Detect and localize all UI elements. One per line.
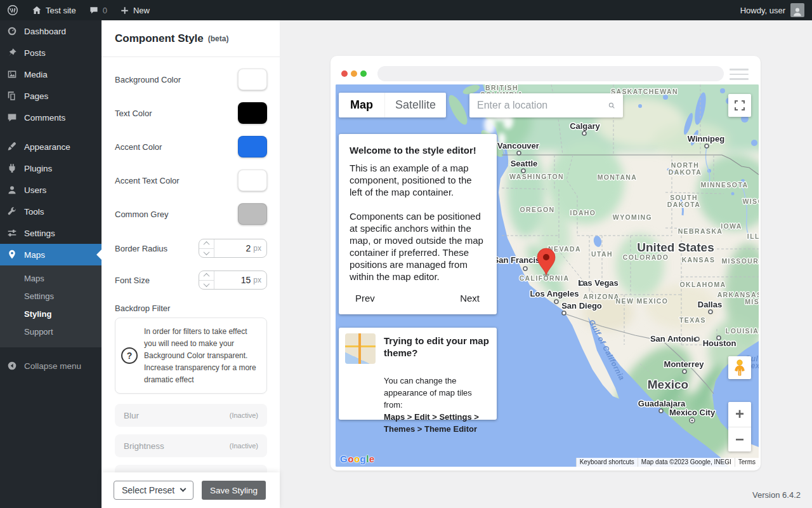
text-color-swatch[interactable]: [238, 102, 267, 124]
search-icon[interactable]: [608, 100, 615, 112]
map-label: ARIZONA: [583, 293, 620, 300]
stepper-up-button[interactable]: [199, 239, 214, 249]
browser-menu-icon[interactable]: [730, 69, 749, 80]
comments-shortcut[interactable]: 0: [82, 0, 114, 20]
fullscreen-icon: [735, 100, 745, 110]
google-logo-letter: g: [360, 453, 367, 464]
map-label: COLORADO: [623, 253, 669, 261]
sidebar-item-comments[interactable]: Comments: [0, 107, 102, 128]
setting-label: Background Color: [115, 75, 181, 84]
howdy-text[interactable]: Howdy, user: [740, 6, 785, 15]
map-label: San Diego: [561, 301, 602, 311]
submenu-item-support[interactable]: Support: [0, 323, 102, 341]
map-label: UTAH: [591, 250, 613, 258]
terms-link[interactable]: Terms: [735, 458, 759, 467]
address-bar[interactable]: [377, 66, 724, 81]
filter-row-blur[interactable]: Blur (Inactive): [115, 404, 267, 427]
backdrop-filter-label: Backdrop Filter: [115, 304, 267, 313]
tab-satellite[interactable]: Satellite: [384, 93, 446, 117]
font-size-input[interactable]: 15 px: [214, 271, 266, 289]
maps-submenu: Maps Settings Styling Support: [0, 265, 102, 347]
keyboard-shortcuts-link[interactable]: Keyboard shortcuts: [576, 458, 638, 467]
google-logo[interactable]: Google: [340, 453, 375, 464]
avatar[interactable]: [790, 3, 804, 17]
sidebar-label: Collapse menu: [24, 361, 81, 371]
submenu-item-settings[interactable]: Settings: [0, 288, 102, 305]
google-logo-letter: o: [348, 453, 354, 464]
sidebar-label: Posts: [24, 48, 46, 58]
help-icon: ?: [121, 347, 138, 364]
zoom-out-button[interactable]: −: [728, 427, 751, 452]
common-grey-swatch[interactable]: [238, 203, 267, 225]
chevron-down-icon: [204, 249, 210, 255]
setting-row-border-radius: Border Radius 2 px: [115, 239, 267, 258]
plus-icon: [120, 6, 129, 15]
sidebar-item-dashboard[interactable]: Dashboard: [0, 20, 102, 42]
component-style-panel: Component Style (beta) Background Color …: [102, 20, 280, 508]
stepper-down-button[interactable]: [199, 281, 214, 290]
sidebar-item-media[interactable]: Media: [0, 64, 102, 85]
chevron-down-icon: [204, 281, 210, 287]
sidebar-item-posts[interactable]: Posts: [0, 42, 102, 64]
filter-row-brightness[interactable]: Brightness (Inactive): [115, 434, 267, 457]
submenu-item-maps[interactable]: Maps: [0, 270, 102, 288]
site-name-menu[interactable]: Test site: [25, 0, 82, 20]
menu-separator: [0, 347, 102, 355]
panel-footer: Select Preset Save Styling: [102, 472, 280, 508]
pegman-control[interactable]: [728, 356, 751, 379]
pushpin-icon: [6, 47, 18, 58]
chevron-down-icon: [180, 485, 187, 491]
sidebar-item-users[interactable]: Users: [0, 179, 102, 201]
sidebar-item-settings[interactable]: Settings: [0, 222, 102, 244]
prev-button[interactable]: Prev: [355, 292, 375, 304]
media-icon: [6, 69, 18, 80]
map-pin-icon: [6, 249, 18, 260]
sidebar-item-appearance[interactable]: Appearance: [0, 136, 102, 157]
map-label: KANSAS: [682, 256, 716, 264]
next-button[interactable]: Next: [460, 292, 480, 304]
submenu-item-styling[interactable]: Styling: [0, 305, 102, 323]
sidebar-label: Dashboard: [24, 27, 66, 36]
page-title: Component Style: [115, 32, 204, 45]
google-map[interactable]: BRITISHCOLUMBIASASKATCHEWANWASHINGTONMON…: [336, 84, 759, 467]
background-color-swatch[interactable]: [238, 69, 267, 90]
select-preset-dropdown[interactable]: Select Preset: [114, 481, 193, 500]
fullscreen-button[interactable]: [728, 94, 751, 117]
map-type-control: Map Satellite: [339, 93, 446, 117]
sidebar-label: Comments: [24, 113, 65, 123]
map-label: OREGON: [520, 206, 554, 213]
accent-text-color-swatch[interactable]: [238, 170, 267, 191]
filter-status: (Inactive): [230, 442, 258, 450]
dashboard-icon: [6, 25, 18, 37]
sidebar-item-pages[interactable]: Pages: [0, 85, 102, 107]
welcome-card: Welcome to the style editor! This is an …: [339, 134, 497, 314]
save-styling-button[interactable]: Save Styling: [202, 481, 266, 500]
comment-count: 0: [103, 6, 107, 15]
new-content-menu[interactable]: New: [114, 0, 156, 20]
sidebar-label: Appearance: [24, 142, 70, 152]
window-minimize-dot[interactable]: [351, 70, 357, 77]
accent-color-swatch[interactable]: [238, 136, 267, 157]
map-label: WASHINGTON: [509, 173, 564, 180]
sidebar-item-plugins[interactable]: Plugins: [0, 157, 102, 179]
sidebar-item-maps[interactable]: Maps: [0, 244, 102, 265]
theme-card-body: You can change the appearance of map til…: [384, 375, 490, 411]
border-radius-input[interactable]: 2 px: [214, 239, 266, 257]
map-label: Monterrey: [664, 359, 705, 369]
wordpress-logo[interactable]: [0, 0, 25, 20]
collapse-menu-button[interactable]: Collapse menu: [0, 355, 102, 377]
beta-badge: (beta): [208, 34, 229, 43]
window-close-dot[interactable]: [341, 70, 348, 77]
zoom-in-button[interactable]: +: [728, 402, 751, 427]
map-label: NEBRASKA: [678, 227, 723, 235]
stepper-down-button[interactable]: [199, 249, 214, 258]
window-maximize-dot[interactable]: [360, 70, 367, 77]
sidebar-label: Pages: [24, 91, 48, 101]
search-input[interactable]: [477, 100, 608, 111]
sidebar-item-tools[interactable]: Tools: [0, 201, 102, 222]
comments-icon: [6, 112, 18, 123]
stepper-up-button[interactable]: [199, 271, 214, 281]
sliders-icon: [6, 227, 18, 239]
tab-map[interactable]: Map: [339, 93, 384, 117]
panel-body: Background Color Text Color Accent Color…: [102, 57, 280, 488]
